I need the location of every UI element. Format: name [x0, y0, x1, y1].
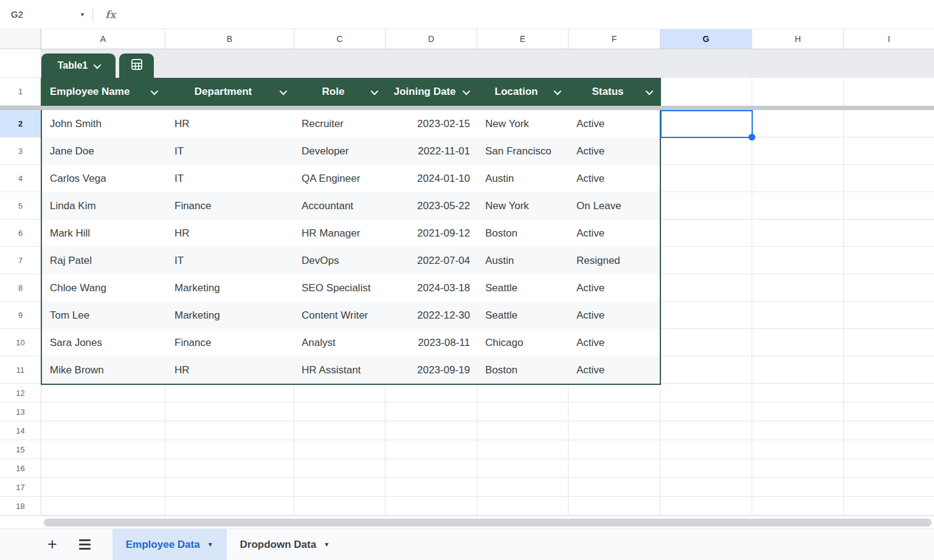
table-row[interactable]: Jane Doe IT Developer 2022-11-01 San Fra… — [41, 137, 660, 165]
row-header[interactable]: 18 — [0, 497, 41, 516]
cell-status[interactable]: Active — [569, 274, 660, 302]
cell-role[interactable]: HR Assistant — [294, 356, 386, 384]
table-row[interactable]: Raj Patel IT DevOps 2022-07-04 Austin Re… — [41, 247, 660, 274]
tab-dropdown-icon[interactable]: ▼ — [323, 541, 330, 548]
cell-location[interactable]: Chicago — [477, 329, 569, 356]
cell-employee-name[interactable]: Chloe Wang — [41, 274, 165, 302]
cell-employee-name[interactable]: Raj Patel — [41, 247, 165, 274]
chevron-down-icon[interactable] — [554, 88, 562, 95]
cell-joining-date[interactable]: 2024-01-10 — [386, 165, 477, 192]
cell-role[interactable]: Analyst — [294, 329, 386, 356]
cell-joining-date[interactable]: 2023-05-22 — [386, 192, 477, 220]
cell-joining-date[interactable]: 2023-08-11 — [386, 329, 477, 356]
cell-joining-date[interactable]: 2022-12-30 — [386, 302, 477, 329]
cell-employee-name[interactable]: Sara Jones — [41, 329, 165, 356]
cell-location[interactable]: Seattle — [477, 274, 569, 302]
cell-employee-name[interactable]: Mike Brown — [41, 356, 165, 384]
cell-department[interactable]: Marketing — [165, 302, 294, 329]
column-header-f[interactable]: F — [569, 29, 660, 49]
cell-location[interactable]: New York — [477, 192, 569, 220]
chevron-down-icon[interactable] — [151, 88, 159, 95]
cell-location[interactable]: San Francisco — [477, 137, 569, 165]
row-header[interactable]: 15 — [0, 440, 41, 459]
cell-role[interactable]: Content Writer — [294, 302, 386, 329]
frozen-row-divider[interactable] — [0, 106, 934, 110]
cell-location[interactable]: Austin — [477, 247, 569, 274]
cell-status[interactable]: Active — [569, 110, 660, 137]
cell-joining-date[interactable]: 2023-09-19 — [386, 356, 477, 384]
select-all-corner[interactable] — [0, 29, 41, 49]
column-header-h[interactable]: H — [752, 29, 844, 49]
cell-department[interactable]: HR — [165, 220, 294, 247]
cell-status[interactable]: Resigned — [569, 247, 660, 274]
chevron-down-icon[interactable] — [463, 88, 471, 95]
row-header[interactable]: 14 — [0, 421, 41, 440]
cell-joining-date[interactable]: 2021-09-12 — [386, 220, 477, 247]
cell-role[interactable]: SEO Specialist — [294, 274, 386, 302]
tab-dropdown-icon[interactable]: ▼ — [207, 541, 213, 548]
cell-department[interactable]: Marketing — [165, 274, 294, 302]
selected-cell-g2[interactable] — [660, 110, 753, 138]
cell-location[interactable]: Seattle — [477, 302, 569, 329]
horizontal-scrollbar-thumb[interactable] — [44, 519, 932, 527]
cell-status[interactable]: Active — [569, 356, 660, 384]
column-header-b[interactable]: B — [165, 29, 294, 49]
column-header-i[interactable]: I — [844, 29, 934, 49]
all-sheets-menu-button[interactable] — [79, 539, 91, 550]
cell-department[interactable]: HR — [165, 110, 294, 137]
cell-location[interactable]: New York — [477, 110, 569, 137]
cell-department[interactable]: Finance — [165, 329, 294, 356]
cell-role[interactable]: Developer — [294, 137, 386, 165]
cell-status[interactable]: On Leave — [569, 192, 660, 220]
chevron-down-icon[interactable] — [371, 88, 379, 95]
table-row[interactable]: Mark Hill HR HR Manager 2021-09-12 Bosto… — [41, 220, 660, 247]
column-header-d[interactable]: D — [386, 29, 477, 49]
cell-joining-date[interactable]: 2023-02-15 — [386, 110, 477, 137]
grid-cells-row1[interactable] — [660, 78, 934, 106]
table-row[interactable]: Sara Jones Finance Analyst 2023-08-11 Ch… — [41, 329, 660, 356]
column-header-g-selected[interactable]: G — [660, 29, 752, 49]
table-header-role[interactable]: Role — [294, 78, 386, 106]
table-header-department[interactable]: Department — [165, 78, 294, 106]
cell-location[interactable]: Austin — [477, 165, 569, 192]
cell-employee-name[interactable]: Tom Lee — [41, 302, 165, 329]
row-header[interactable]: 10 — [0, 329, 41, 356]
table-row[interactable]: John Smith HR Recruiter 2023-02-15 New Y… — [41, 110, 660, 137]
cell-department[interactable]: HR — [165, 356, 294, 384]
name-box[interactable]: G2 ▼ — [0, 0, 91, 29]
cell-location[interactable]: Boston — [477, 356, 569, 384]
column-header-e[interactable]: E — [477, 29, 569, 49]
cell-role[interactable]: DevOps — [294, 247, 386, 274]
cell-department[interactable]: IT — [165, 165, 294, 192]
row-header-selected[interactable]: 2 — [0, 110, 41, 137]
chevron-down-icon[interactable] — [280, 88, 288, 95]
table-name-chip[interactable]: Table1 — [41, 54, 116, 78]
cell-status[interactable]: Active — [569, 329, 660, 356]
cell-department[interactable]: Finance — [165, 192, 294, 220]
row-header[interactable]: 16 — [0, 459, 41, 478]
column-header-a[interactable]: A — [41, 29, 165, 49]
row-header[interactable]: 8 — [0, 274, 41, 302]
table-row[interactable]: Linda Kim Finance Accountant 2023-05-22 … — [41, 192, 660, 220]
table-row[interactable]: Chloe Wang Marketing SEO Specialist 2024… — [41, 274, 660, 302]
fill-handle[interactable] — [749, 134, 755, 140]
row-header[interactable]: 7 — [0, 247, 41, 274]
row-header[interactable]: 1 — [0, 78, 41, 106]
cell-role[interactable]: Accountant — [294, 192, 386, 220]
grid-cells-bottom[interactable] — [41, 384, 934, 516]
cell-department[interactable]: IT — [165, 137, 294, 165]
chevron-down-icon[interactable] — [646, 88, 654, 95]
cell-role[interactable]: HR Manager — [294, 220, 386, 247]
cell-employee-name[interactable]: Linda Kim — [41, 192, 165, 220]
cell-employee-name[interactable]: Mark Hill — [41, 220, 165, 247]
cell-status[interactable]: Active — [569, 137, 660, 165]
table-header-joining-date[interactable]: Joining Date — [386, 78, 477, 106]
table-header-employee-name[interactable]: Employee Name — [41, 78, 165, 106]
cell-status[interactable]: Active — [569, 165, 660, 192]
cell-joining-date[interactable]: 2022-07-04 — [386, 247, 477, 274]
row-header[interactable]: 17 — [0, 478, 41, 497]
row-header[interactable]: 3 — [0, 137, 41, 165]
add-sheet-button[interactable]: + — [47, 536, 57, 553]
cell-status[interactable]: Active — [569, 302, 660, 329]
column-header-c[interactable]: C — [294, 29, 386, 49]
